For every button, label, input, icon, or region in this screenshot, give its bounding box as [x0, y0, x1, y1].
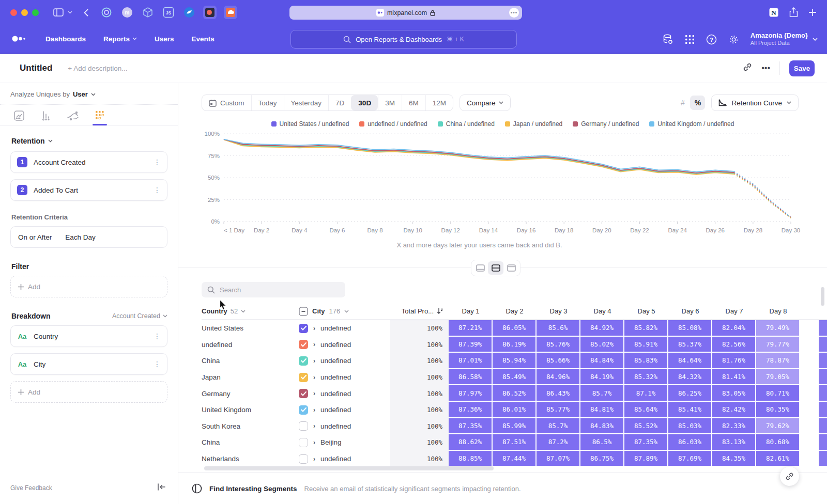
- nav-item-reports[interactable]: Reports: [103, 35, 137, 43]
- day-5-cell[interactable]: 85.91%: [624, 337, 668, 353]
- day-4-cell[interactable]: 84.92%: [580, 320, 624, 337]
- legend-item[interactable]: undefined / undefined: [359, 120, 427, 128]
- day-5-cell[interactable]: 87.89%: [624, 451, 668, 467]
- mixpanel-logo-icon[interactable]: [11, 35, 27, 42]
- range-30d[interactable]: 30D: [351, 95, 378, 111]
- day-5-cell[interactable]: 85.64%: [624, 402, 668, 418]
- day-header-5[interactable]: Day 5: [624, 307, 668, 315]
- day-2-cell[interactable]: 85.49%: [493, 369, 537, 386]
- day-1-cell[interactable]: 88.62%: [449, 434, 493, 451]
- retention-line-chart[interactable]: 100%75%50%25%0%< 1 DayDay 2Day 4Day 6Day…: [199, 131, 801, 242]
- range-3m[interactable]: 3M: [378, 95, 402, 111]
- day-3-cell[interactable]: 85.66%: [537, 353, 580, 369]
- range-custom[interactable]: Custom: [202, 95, 251, 111]
- data-management-icon[interactable]: [662, 34, 673, 45]
- more-options-button[interactable]: •••: [761, 64, 770, 73]
- day-header-8[interactable]: Day 8: [756, 307, 800, 315]
- tab-retention[interactable]: [93, 110, 106, 125]
- tab-funnels[interactable]: [39, 110, 53, 125]
- legend-item[interactable]: United States / undefined: [271, 120, 349, 128]
- day-8-cell[interactable]: 79.77%: [756, 337, 800, 353]
- day-2-cell[interactable]: 87.51%: [493, 434, 537, 451]
- row-checkbox[interactable]: [299, 389, 308, 398]
- breakdown-item-city[interactable]: AaCity⋮: [10, 353, 167, 375]
- expand-row-icon[interactable]: ›: [313, 422, 315, 430]
- day-7-cell[interactable]: 82.04%: [712, 320, 756, 337]
- breakdown-menu-icon[interactable]: ⋮: [154, 360, 161, 368]
- expand-row-icon[interactable]: ›: [313, 455, 315, 463]
- nav-item-users[interactable]: Users: [155, 35, 174, 43]
- expand-row-icon[interactable]: ›: [313, 357, 315, 365]
- table-row[interactable]: South Korea›undefined100%87.35%85.99%85.…: [202, 418, 827, 435]
- day-6-cell[interactable]: 84.64%: [668, 353, 712, 369]
- apps-grid-icon[interactable]: [685, 35, 695, 44]
- report-title[interactable]: Untitled: [20, 63, 52, 73]
- day-7-cell[interactable]: 83.13%: [712, 434, 756, 451]
- day-6-cell[interactable]: 85.37%: [668, 337, 712, 353]
- close-window-button[interactable]: [10, 9, 17, 16]
- share-icon[interactable]: [789, 7, 798, 18]
- address-bar[interactable]: mixpanel.com •••: [289, 6, 522, 20]
- expand-row-icon[interactable]: ›: [313, 390, 315, 397]
- day-2-cell[interactable]: 86.01%: [493, 402, 537, 418]
- breakdown-item-country[interactable]: AaCountry⋮: [10, 325, 167, 347]
- city-column-header[interactable]: City 176: [299, 307, 390, 316]
- legend-item[interactable]: China / undefined: [438, 120, 495, 128]
- day-4-cell[interactable]: 86.5%: [580, 434, 624, 451]
- expand-row-icon[interactable]: ›: [313, 341, 315, 348]
- day-8-cell[interactable]: 80.68%: [756, 434, 800, 451]
- box-favicon[interactable]: [141, 6, 155, 19]
- day-1-cell[interactable]: 87.21%: [449, 320, 493, 337]
- day-3-cell[interactable]: 87.07%: [537, 451, 580, 467]
- row-checkbox[interactable]: [299, 340, 308, 349]
- project-switcher[interactable]: Amazonia {Demo} All Project Data: [751, 32, 818, 47]
- day-4-cell[interactable]: 84.84%: [580, 353, 624, 369]
- notion-icon[interactable]: N: [769, 7, 779, 18]
- table-search-input[interactable]: Search: [202, 282, 345, 297]
- day-header-4[interactable]: Day 4: [580, 307, 624, 315]
- table-only-view-icon[interactable]: [503, 261, 519, 275]
- table-row[interactable]: China›undefined100%87.01%85.94%85.66%84.…: [202, 353, 827, 369]
- day-header-2[interactable]: Day 2: [493, 307, 537, 315]
- indeterminate-checkbox[interactable]: [299, 307, 308, 316]
- add-filter-button[interactable]: Add: [10, 276, 167, 297]
- day-5-cell[interactable]: 85.82%: [624, 320, 668, 337]
- chevron-down-icon[interactable]: [68, 11, 72, 14]
- day-8-cell[interactable]: 79.05%: [756, 369, 800, 386]
- day-5-cell[interactable]: 85.32%: [624, 369, 668, 386]
- day-7-cell[interactable]: 83.05%: [712, 385, 756, 402]
- find-segments-title[interactable]: Find Interesting Segments: [209, 485, 297, 493]
- day-header-7[interactable]: Day 7: [712, 307, 756, 315]
- criteria-operator-select[interactable]: On or After: [18, 233, 52, 241]
- day-6-cell[interactable]: 84.32%: [668, 369, 712, 386]
- day-2-cell[interactable]: 86.19%: [493, 337, 537, 353]
- row-checkbox[interactable]: [299, 454, 308, 464]
- day-3-cell[interactable]: 85.7%: [537, 418, 580, 435]
- browser-sidebar-icon[interactable]: [53, 8, 64, 17]
- percent-toggle[interactable]: %: [690, 96, 705, 110]
- day-4-cell[interactable]: 84.83%: [580, 418, 624, 435]
- table-row[interactable]: United Kingdom›undefined100%87.36%86.01%…: [202, 402, 827, 418]
- day-6-cell[interactable]: 85.03%: [668, 418, 712, 435]
- day-1-cell[interactable]: 87.39%: [449, 337, 493, 353]
- tab-flows[interactable]: [66, 110, 80, 125]
- legend-item[interactable]: Japan / undefined: [505, 120, 562, 128]
- expand-row-icon[interactable]: ›: [313, 374, 315, 381]
- day-3-cell[interactable]: 84.96%: [537, 369, 580, 386]
- analyze-value-select[interactable]: User: [73, 90, 88, 98]
- day-3-cell[interactable]: 85.6%: [537, 320, 580, 337]
- day-7-cell[interactable]: 82.56%: [712, 337, 756, 353]
- step-menu-icon[interactable]: ⋮: [154, 158, 161, 166]
- day-5-cell[interactable]: 85.83%: [624, 353, 668, 369]
- day-6-cell[interactable]: 86.03%: [668, 434, 712, 451]
- day-2-cell[interactable]: 85.94%: [493, 353, 537, 369]
- row-checkbox[interactable]: [299, 324, 308, 333]
- day-8-cell[interactable]: 82.61%: [756, 451, 800, 467]
- table-row[interactable]: China›Beijing100%88.62%87.51%87.2%86.5%8…: [202, 434, 827, 451]
- retention-step-2[interactable]: 2Added To Cart⋮: [10, 179, 167, 201]
- range-7d[interactable]: 7D: [328, 95, 351, 111]
- global-search-button[interactable]: Open Reports & Dashboards ⌘ + K: [290, 30, 517, 49]
- copy-link-icon[interactable]: [743, 62, 752, 74]
- day-2-cell[interactable]: 86.05%: [493, 320, 537, 337]
- range-today[interactable]: Today: [251, 95, 284, 111]
